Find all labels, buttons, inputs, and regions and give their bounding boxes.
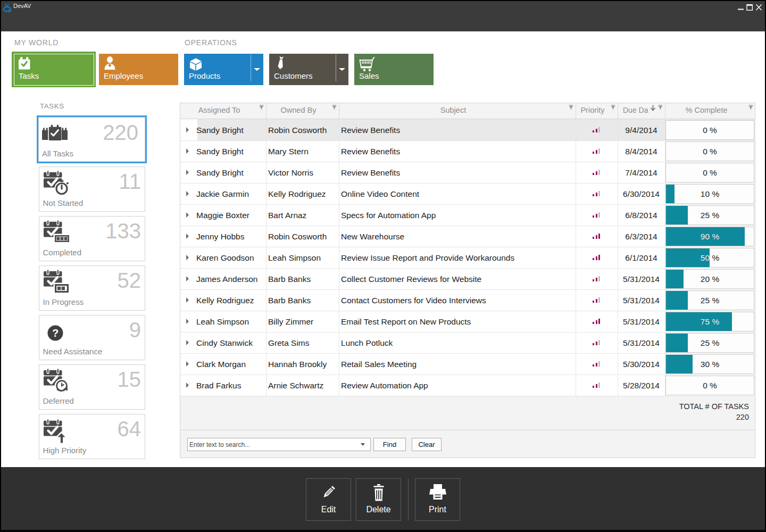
svg-text:?: ? (52, 327, 58, 339)
